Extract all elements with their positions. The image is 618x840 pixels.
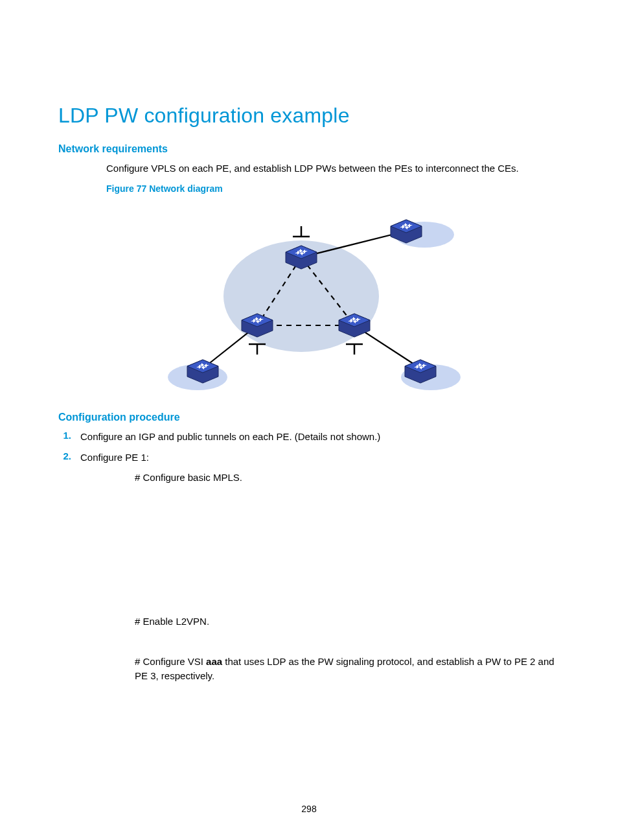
- vsi-text-pre: # Configure VSI: [135, 656, 206, 667]
- page-number: 298: [0, 804, 618, 814]
- step-2-number: 2.: [58, 450, 71, 461]
- step-2: 2. Configure PE 1:: [58, 450, 560, 465]
- netreq-body: Configure VPLS on each PE, and establish…: [106, 161, 560, 194]
- heading-network-requirements: Network requirements: [58, 143, 560, 155]
- substep-mpls: # Configure basic MPLS.: [135, 471, 560, 485]
- step-1-text: Configure an IGP and public tunnels on e…: [80, 430, 380, 444]
- step-1-number: 1.: [58, 430, 71, 441]
- page-root: LDP PW configuration example Network req…: [0, 0, 618, 840]
- step-1: 1. Configure an IGP and public tunnels o…: [58, 430, 560, 444]
- procedure-list: 1. Configure an IGP and public tunnels o…: [58, 430, 560, 465]
- figure-caption: Figure 77 Network diagram: [106, 183, 560, 194]
- vsi-keyword: aaa: [206, 656, 222, 667]
- substep-l2vpn-text: # Enable L2VPN.: [135, 614, 560, 629]
- step-2-text: Configure PE 1:: [80, 450, 149, 465]
- substep-vsi-text: # Configure VSI aaa that uses LDP as the…: [135, 655, 560, 683]
- substep-vsi: # Configure VSI aaa that uses LDP as the…: [135, 655, 560, 683]
- netreq-intro: Configure VPLS on each PE, and establish…: [106, 161, 560, 176]
- page-title: LDP PW configuration example: [58, 104, 560, 128]
- substep-mpls-text: # Configure basic MPLS.: [135, 471, 560, 485]
- substep-l2vpn: # Enable L2VPN.: [135, 614, 560, 629]
- network-diagram: [58, 199, 560, 400]
- network-diagram-svg: [141, 199, 477, 400]
- heading-configuration-procedure: Configuration procedure: [58, 412, 560, 423]
